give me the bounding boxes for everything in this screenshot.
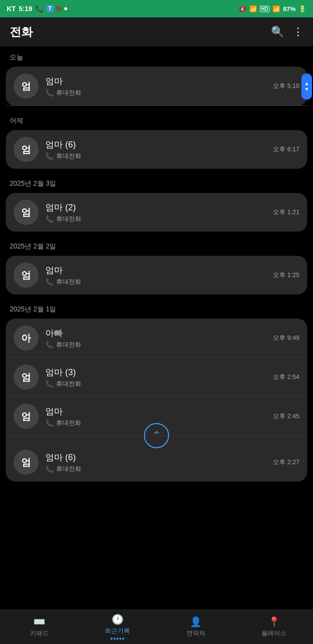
call-time-today-mom: 오후 5:10 [268, 82, 299, 90]
call-icon-feb1-mom-missed: 📞 [45, 419, 54, 427]
hd-badge: HD [260, 6, 270, 12]
section-label-feb2: 2025년 2월 2일 [0, 235, 313, 254]
nav-dot-2 [114, 638, 115, 640]
phone-icon: 📞 [35, 5, 43, 13]
call-type-feb3-mom: 📞 휴대전화 [45, 215, 268, 223]
status-bar: KT 5:19 📞 T N 🔇 📶 HD 📶 87% 🔋 [0, 0, 313, 17]
call-name-yesterday-mom: 엄마 (6) [45, 139, 268, 150]
call-type-label-feb1-dad: 휴대전화 [56, 340, 81, 349]
avatar-feb1-dad: 아 [14, 325, 39, 351]
nav-label-recents: 최근기록 [105, 627, 130, 635]
call-name-feb3-mom: 엄마 (2) [45, 202, 268, 213]
search-button[interactable]: 🔍 [271, 26, 284, 38]
section-feb1: 2025년 2월 1일 아 아빠 📞 휴대전화 오후 9:49 엄 엄마 (3) [0, 298, 313, 482]
time-text: 5:19 [19, 5, 32, 13]
signal-icon: 📶 [272, 5, 280, 13]
call-info-feb1-dad: 아빠 📞 휴대전화 [45, 327, 268, 349]
scroll-up-icon: ⌃ [152, 429, 161, 442]
section-today: 오늘 엄 엄마 📞 휴대전화 오후 5:10 ▲ ▼ [0, 46, 313, 106]
nav-label-keypad: 키패드 [30, 629, 49, 638]
netflix-icon: N [57, 5, 61, 13]
nav-item-recents[interactable]: 🕐 최근기록 [78, 614, 156, 640]
nav-dot-5 [122, 638, 124, 640]
section-label-today: 오늘 [0, 46, 313, 65]
nav-active-dots [111, 638, 124, 640]
section-yesterday: 어제 엄 엄마 (6) 📞 휴대전화 오후 6:17 [0, 110, 313, 169]
call-row-feb1-mom-missed[interactable]: 엄 엄마 📞 휴대전화 오후 2:45 ⌃ [6, 397, 307, 436]
call-card-feb2-mom[interactable]: 엄 엄마 📞 휴대전화 오후 1:25 [6, 256, 307, 294]
call-row-today-mom[interactable]: 엄 엄마 📞 휴대전화 오후 5:10 [6, 67, 307, 106]
call-row-yesterday-mom[interactable]: 엄 엄마 (6) 📞 휴대전화 오후 6:17 [6, 130, 307, 169]
call-type-label-today-mom: 휴대전화 [56, 88, 81, 97]
call-type-today-mom: 📞 휴대전화 [45, 88, 268, 97]
call-info-today-mom: 엄마 📞 휴대전화 [45, 75, 268, 97]
call-row-feb2-mom[interactable]: 엄 엄마 📞 휴대전화 오후 1:25 [6, 256, 307, 294]
call-type-label-yesterday-mom: 휴대전화 [56, 152, 81, 161]
call-info-feb2-mom: 엄마 📞 휴대전화 [45, 264, 268, 286]
call-type-feb2-mom: 📞 휴대전화 [45, 278, 268, 286]
nav-dot-3 [116, 638, 118, 640]
call-card-feb1[interactable]: 아 아빠 📞 휴대전화 오후 9:49 엄 엄마 (3) 📞 휴 [6, 319, 307, 482]
call-info-feb1-mom6: 엄마 (6) 📞 휴대전화 [45, 452, 268, 473]
scroll-up-arrow: ▲ [304, 81, 309, 86]
section-label-feb3: 2025년 2월 3일 [0, 173, 313, 191]
call-icon-feb2-mom: 📞 [45, 278, 54, 286]
call-type-yesterday-mom: 📞 휴대전화 [45, 152, 268, 161]
app-header: 전화 🔍 ⋮ [0, 17, 313, 46]
call-type-label-feb3-mom: 휴대전화 [56, 215, 81, 223]
header-actions: 🔍 ⋮ [271, 26, 303, 38]
nav-label-places: 플레이스 [261, 629, 286, 638]
call-name-feb1-mom6: 엄마 (6) [45, 452, 268, 463]
call-icon-yesterday-mom: 📞 [45, 152, 54, 160]
contacts-icon: 👤 [190, 616, 202, 628]
call-row-feb1-mom3[interactable]: 엄 엄마 (3) 📞 휴대전화 오후 2:54 [6, 358, 307, 397]
nav-item-keypad[interactable]: ⌨️ 키패드 [0, 616, 78, 638]
nav-label-contacts: 연락처 [186, 629, 205, 638]
call-name-feb1-mom-missed: 엄마 [45, 406, 268, 417]
avatar-feb1-mom-missed: 엄 [14, 404, 39, 429]
call-info-feb3-mom: 엄마 (2) 📞 휴대전화 [45, 202, 268, 223]
avatar-yesterday-mom: 엄 [14, 137, 39, 162]
mute-icon: 🔇 [239, 5, 246, 13]
section-label-yesterday: 어제 [0, 110, 313, 128]
call-row-feb1-dad[interactable]: 아 아빠 📞 휴대전화 오후 9:49 [6, 319, 307, 358]
call-icon-feb1-mom3: 📞 [45, 380, 54, 388]
call-info-feb1-mom3: 엄마 (3) 📞 휴대전화 [45, 366, 268, 388]
call-time-feb1-dad: 오후 9:49 [268, 334, 299, 342]
page-title: 전화 [10, 24, 33, 40]
call-time-feb1-mom6: 오후 2:27 [268, 458, 299, 467]
wifi-icon: 📶 [249, 5, 257, 13]
call-name-feb1-dad: 아빠 [45, 327, 268, 339]
battery-text: 87% [283, 5, 296, 13]
call-icon-feb1-mom6: 📞 [45, 465, 54, 473]
places-icon: 📍 [268, 616, 280, 628]
section-label-feb1: 2025년 2월 1일 [0, 298, 313, 317]
call-type-label-feb2-mom: 휴대전화 [56, 278, 81, 286]
nav-item-contacts[interactable]: 👤 연락처 [156, 616, 235, 638]
call-log-content: 오늘 엄 엄마 📞 휴대전화 오후 5:10 ▲ ▼ 어제 [0, 46, 313, 524]
call-time-yesterday-mom: 오후 6:17 [268, 145, 299, 154]
avatar-feb2-mom: 엄 [14, 263, 39, 288]
recents-icon: 🕐 [112, 614, 124, 625]
keypad-icon: ⌨️ [33, 616, 45, 628]
call-type-label-feb1-mom6: 휴대전화 [56, 465, 81, 473]
call-type-label-feb1-mom-missed: 휴대전화 [56, 419, 81, 427]
avatar-today-mom: 엄 [14, 73, 39, 99]
carrier-text: KT [7, 5, 16, 13]
section-feb3: 2025년 2월 3일 엄 엄마 (2) 📞 휴대전화 오후 1:21 [0, 173, 313, 232]
call-row-feb3-mom[interactable]: 엄 엄마 (2) 📞 휴대전화 오후 1:21 [6, 193, 307, 232]
call-name-today-mom: 엄마 [45, 75, 268, 87]
status-right: 🔇 📶 HD 📶 87% 🔋 [239, 5, 306, 13]
more-options-button[interactable]: ⋮ [293, 26, 303, 38]
call-name-feb2-mom: 엄마 [45, 264, 268, 276]
call-card-yesterday-mom[interactable]: 엄 엄마 (6) 📞 휴대전화 오후 6:17 [6, 130, 307, 169]
call-info-yesterday-mom: 엄마 (6) 📞 휴대전화 [45, 139, 268, 161]
scroll-down-arrow: ▼ [304, 87, 309, 92]
call-card-feb3-mom[interactable]: 엄 엄마 (2) 📞 휴대전화 오후 1:21 [6, 193, 307, 232]
scroll-indicator[interactable]: ▲ ▼ [301, 73, 312, 100]
bottom-navigation: ⌨️ 키패드 🕐 최근기록 👤 연락처 📍 플레이스 [0, 609, 313, 644]
nav-item-places[interactable]: 📍 플레이스 [235, 616, 313, 638]
scroll-up-button[interactable]: ⌃ [144, 423, 169, 448]
call-type-feb1-dad: 📞 휴대전화 [45, 340, 268, 349]
call-card-today-mom[interactable]: 엄 엄마 📞 휴대전화 오후 5:10 ▲ ▼ [6, 67, 307, 106]
